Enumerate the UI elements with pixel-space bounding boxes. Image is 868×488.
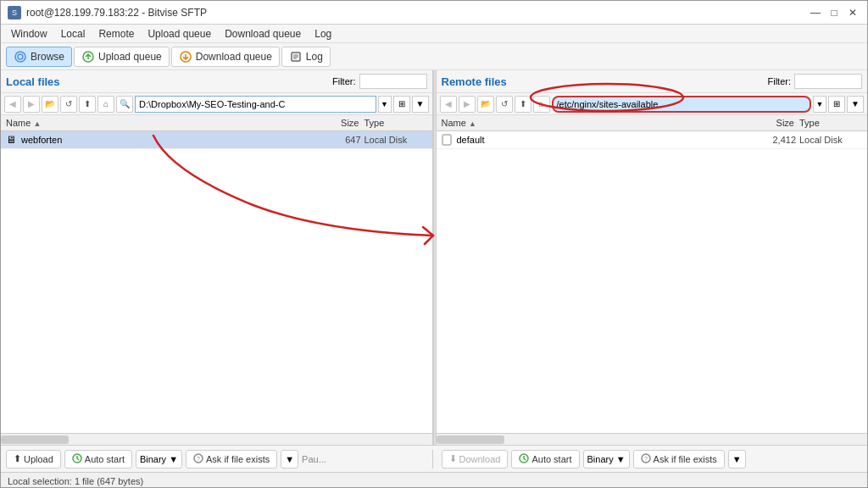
- window-title: root@128.199.79.183:22 - Bitvise SFTP: [26, 7, 207, 19]
- remote-grid-options[interactable]: ▼: [847, 96, 864, 113]
- local-h-scrollbar[interactable]: [1, 433, 432, 445]
- remote-filter-input[interactable]: [794, 74, 862, 89]
- local-path-input[interactable]: D:\Dropbox\My-SEO-Testing-and-C: [135, 96, 376, 113]
- file-icon: [440, 133, 453, 147]
- pause-label: Pau...: [302, 454, 326, 464]
- remote-forward-button[interactable]: ▶: [459, 96, 476, 113]
- svg-text:?: ?: [197, 456, 200, 462]
- auto-start-button[interactable]: Auto start: [64, 450, 132, 469]
- binary-dropdown[interactable]: Binary ▼: [136, 450, 182, 469]
- remote-ask-exists-dropdown[interactable]: ▼: [728, 450, 746, 469]
- bottom-toolbar: ⬆ Upload Auto start Binary ▼ ? Ask if fi…: [1, 445, 867, 472]
- remote-open-button[interactable]: 📂: [477, 96, 494, 113]
- local-filter-input[interactable]: [359, 74, 427, 89]
- ask-icon: ?: [641, 453, 651, 465]
- remote-path-input[interactable]: /etc/nginx/sites-available: [552, 96, 812, 113]
- local-col-name[interactable]: Name ▲: [4, 117, 310, 129]
- ask-if-exists-button[interactable]: ? Ask if file exists: [186, 450, 277, 469]
- local-open-button[interactable]: 📂: [42, 96, 58, 113]
- svg-text:?: ?: [644, 456, 648, 462]
- local-nav-toolbar: ◀ ▶ 📂 ↺ ⬆ ⌂ 🔍 D:\Dropbox\My-SEO-Testing-…: [1, 93, 432, 115]
- remote-col-name[interactable]: Name ▲: [440, 117, 746, 129]
- autostart-icon: [72, 453, 82, 465]
- download-queue-button[interactable]: Download queue: [171, 47, 280, 67]
- file-icon: 🖥: [4, 133, 18, 147]
- file-type: Local Disk: [796, 135, 864, 145]
- remote-ask-if-exists-button[interactable]: ? Ask if file exists: [633, 450, 725, 469]
- menu-local[interactable]: Local: [54, 26, 92, 42]
- table-row[interactable]: 🖥 webforten 647 Local Disk: [1, 131, 432, 149]
- dropdown-arrow-icon: ▼: [285, 454, 294, 464]
- remote-auto-start-button[interactable]: Auto start: [511, 450, 579, 469]
- menu-remote[interactable]: Remote: [92, 26, 141, 42]
- browse-icon: [14, 50, 27, 64]
- remote-files-panel: Remote files Filter: ◀ ▶ 📂 ↺ ⬆ ⌂ /etc/ng…: [437, 70, 868, 445]
- local-panel-header: Local files Filter:: [1, 70, 432, 93]
- file-size: 2,412: [745, 135, 796, 145]
- local-refresh-button[interactable]: ↺: [60, 96, 77, 113]
- local-panel-title: Local files: [6, 75, 60, 88]
- file-size: 647: [310, 135, 361, 145]
- dropdown-arrow-icon: ▼: [169, 454, 178, 464]
- svg-rect-5: [442, 135, 451, 145]
- remote-home-button[interactable]: ⌂: [533, 96, 550, 113]
- remote-col-type[interactable]: Type: [796, 117, 864, 129]
- maximize-button[interactable]: □: [826, 5, 842, 20]
- log-button[interactable]: Log: [281, 47, 331, 67]
- remote-refresh-button[interactable]: ↺: [496, 96, 513, 113]
- ask-exists-dropdown[interactable]: ▼: [281, 450, 298, 469]
- table-row[interactable]: default 2,412 Local Disk: [437, 131, 868, 149]
- remote-back-button[interactable]: ◀: [440, 96, 457, 113]
- upload-button[interactable]: ⬆ Upload: [6, 450, 61, 469]
- menu-log[interactable]: Log: [308, 26, 338, 42]
- status-bar: Local selection: 1 file (647 bytes): [1, 472, 867, 488]
- minimize-button[interactable]: —: [808, 5, 823, 20]
- svg-point-1: [18, 54, 23, 59]
- close-button[interactable]: ✕: [845, 5, 860, 20]
- ask-icon: ?: [193, 453, 203, 465]
- remote-h-scrollbar[interactable]: [437, 433, 868, 445]
- remote-filter-label: Filter:: [768, 76, 792, 86]
- menu-upload-queue[interactable]: Upload queue: [141, 26, 218, 42]
- bottom-local-controls: ⬆ Upload Auto start Binary ▼ ? Ask if fi…: [6, 450, 433, 469]
- svg-point-0: [15, 52, 25, 62]
- local-back-button[interactable]: ◀: [4, 96, 21, 113]
- remote-panel-header: Remote files Filter:: [437, 70, 868, 93]
- local-col-size[interactable]: Size: [310, 117, 361, 129]
- local-grid-options[interactable]: ▼: [412, 96, 429, 113]
- file-name: webforten: [21, 135, 310, 145]
- app-icon: S: [8, 6, 21, 19]
- browse-button[interactable]: Browse: [6, 47, 72, 67]
- menu-download-queue[interactable]: Download queue: [218, 26, 308, 42]
- main-toolbar: Browse Upload queue Download queue Log: [1, 43, 867, 70]
- local-col-type[interactable]: Type: [361, 117, 429, 129]
- remote-file-list: default 2,412 Local Disk: [437, 131, 868, 433]
- remote-panel-title: Remote files: [442, 75, 507, 88]
- local-files-panel: Local files Filter: ◀ ▶ 📂 ↺ ⬆ ⌂ 🔍 D:\Dro…: [1, 70, 433, 445]
- menu-bar: Window Local Remote Upload queue Downloa…: [1, 25, 867, 43]
- local-up-button[interactable]: ⬆: [79, 96, 96, 113]
- local-path-dropdown[interactable]: ▼: [378, 96, 392, 113]
- local-forward-button[interactable]: ▶: [23, 96, 40, 113]
- remote-grid-button[interactable]: ⊞: [828, 96, 845, 113]
- autostart-icon: [519, 453, 529, 465]
- upload-queue-button[interactable]: Upload queue: [74, 47, 170, 67]
- log-icon: [289, 50, 303, 64]
- download-icon: ⬇: [449, 453, 457, 464]
- title-bar: S root@128.199.79.183:22 - Bitvise SFTP …: [1, 1, 867, 25]
- file-type: Local Disk: [361, 135, 429, 145]
- download-button[interactable]: ⬇ Download: [442, 450, 509, 469]
- upload-icon: ⬆: [14, 453, 21, 464]
- menu-window[interactable]: Window: [4, 26, 54, 42]
- local-browse-button[interactable]: 🔍: [116, 96, 133, 113]
- local-home-button[interactable]: ⌂: [97, 96, 114, 113]
- remote-binary-dropdown[interactable]: Binary ▼: [583, 450, 630, 469]
- remote-up-button[interactable]: ⬆: [515, 96, 531, 113]
- bottom-remote-controls: ⬇ Download Auto start Binary ▼ ? Ask if …: [437, 450, 863, 469]
- local-grid-button[interactable]: ⊞: [393, 96, 410, 113]
- upload-icon: [81, 50, 95, 64]
- remote-col-size[interactable]: Size: [745, 117, 796, 129]
- dropdown-arrow-icon: ▼: [732, 454, 742, 464]
- remote-nav-toolbar: ◀ ▶ 📂 ↺ ⬆ ⌂ /etc/nginx/sites-available ▼…: [437, 93, 868, 115]
- remote-path-dropdown[interactable]: ▼: [813, 96, 826, 113]
